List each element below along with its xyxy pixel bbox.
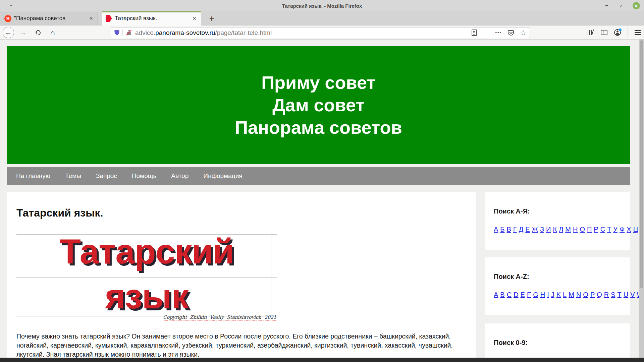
sidebar-search-digits: Поиск 0-9: 0123456789	[485, 323, 630, 362]
letter-link[interactable]: J	[551, 291, 554, 298]
site-favicon-icon	[106, 15, 112, 22]
letter-link[interactable]: M	[569, 291, 574, 298]
letter-link[interactable]: N	[576, 291, 581, 298]
tab-panorama-sovetov[interactable]: Я "Панорама советов ×	[1, 12, 98, 25]
navigation-toolbar: ← → ⌂ advice.panorama-sovetov.ru/page/ta…	[0, 25, 644, 40]
nav-link[interactable]: На главную	[16, 172, 50, 180]
menu-hamburger-icon[interactable]	[635, 30, 641, 35]
letter-link[interactable]: L	[563, 291, 567, 298]
page-actions-icon[interactable]: •••	[495, 30, 502, 35]
back-button[interactable]: ←	[3, 27, 14, 38]
url-text[interactable]: advice.panorama-sovetov.ru/page/tatar-te…	[135, 29, 472, 37]
letter-link[interactable]: R	[604, 291, 609, 298]
tracking-protection-shield-icon[interactable]	[114, 30, 119, 36]
nav-link[interactable]: Информация	[203, 172, 242, 180]
letter-link[interactable]: Л	[559, 226, 563, 233]
letter-link[interactable]: H	[540, 291, 545, 298]
letter-link[interactable]: К	[553, 226, 557, 233]
nav-link[interactable]: Темы	[65, 172, 81, 180]
letter-link[interactable]: П	[587, 226, 592, 233]
letter-link[interactable]: B	[500, 291, 504, 298]
letter-link[interactable]: S	[611, 291, 615, 298]
letter-link[interactable]: А	[494, 226, 498, 233]
letter-link[interactable]: Ц	[633, 226, 638, 233]
letter-link[interactable]: С	[600, 226, 605, 233]
letter-link[interactable]: Ж	[532, 226, 538, 233]
sidebar-toggle-icon[interactable]	[601, 30, 607, 35]
letter-link[interactable]: G	[533, 291, 538, 298]
scrollbar-thumb[interactable]	[640, 40, 643, 288]
bottom-dark-bar	[0, 358, 644, 362]
letter-link[interactable]: Х	[627, 226, 631, 233]
tab-label: "Панорама советов	[14, 15, 85, 22]
letter-link[interactable]: М	[565, 226, 571, 233]
letter-link[interactable]: O	[583, 291, 588, 298]
letter-link[interactable]: Т	[607, 226, 611, 233]
maximize-button[interactable]: ↕	[618, 2, 625, 9]
letter-link[interactable]: P	[590, 291, 595, 298]
letter-link[interactable]: Q	[597, 291, 602, 298]
url-bar[interactable]: advice.panorama-sovetov.ru/page/tatar-te…	[111, 27, 530, 38]
urlbar-actions: ••• ☆	[472, 29, 526, 36]
letter-link[interactable]: U	[624, 291, 628, 298]
forward-button[interactable]: →	[17, 27, 29, 38]
letter-link[interactable]: A	[494, 291, 498, 298]
insecure-lock-icon[interactable]	[126, 29, 132, 36]
letter-link[interactable]: Б	[500, 226, 504, 233]
minimize-button[interactable]: −	[603, 2, 610, 9]
account-icon[interactable]	[614, 29, 621, 36]
tab-close-icon[interactable]: ×	[191, 15, 198, 22]
letter-link[interactable]: И	[546, 226, 551, 233]
urlbar-separator	[486, 29, 486, 36]
letter-link[interactable]: D	[514, 291, 518, 298]
letter-link[interactable]: K	[556, 291, 561, 298]
reader-mode-icon[interactable]	[472, 29, 477, 36]
page-scrollbar[interactable]	[639, 40, 644, 362]
bookmark-star-icon[interactable]: ☆	[520, 29, 526, 36]
letter-link[interactable]: Ф	[620, 226, 625, 233]
reload-button[interactable]	[32, 27, 44, 38]
letter-link[interactable]: У	[613, 226, 618, 233]
urlbar-separator	[122, 29, 123, 36]
home-button[interactable]: ⌂	[47, 27, 58, 38]
tab-tatar-language[interactable]: Татарский язык. ×	[102, 11, 201, 25]
nav-link[interactable]: Запрос	[96, 172, 117, 180]
url-subdomain: advice.	[135, 29, 155, 36]
site-nav: На главнуюТемыЗапросПомощьАвторИнформаци…	[7, 167, 630, 185]
letter-link[interactable]: Г	[513, 226, 517, 233]
letter-link[interactable]: V	[630, 291, 635, 298]
maximize-icon: ↕	[619, 3, 624, 8]
image-copyright: Copyright Zhilkin Vasily Stanislavovich …	[163, 314, 276, 320]
letter-link[interactable]: О	[580, 226, 585, 233]
toolbar-separator	[628, 28, 628, 37]
letter-link[interactable]: C	[507, 291, 512, 298]
letter-link[interactable]: Д	[519, 226, 524, 233]
tab-close-icon[interactable]: ×	[88, 15, 94, 22]
letter-link[interactable]: T	[618, 291, 622, 298]
letter-link[interactable]: В	[506, 226, 511, 233]
letter-link[interactable]: З	[540, 226, 544, 233]
letter-link[interactable]: Р	[594, 226, 598, 233]
nav-link[interactable]: Автор	[171, 172, 189, 180]
window-menu-chevron-icon[interactable]: ⌄	[9, 1, 13, 8]
image-text-line-1: Татарский	[16, 234, 277, 269]
letter-link[interactable]: E	[521, 291, 525, 298]
letter-link[interactable]: I	[547, 291, 549, 298]
window-title: Татарский язык. - Mozilla Firefox	[282, 3, 362, 9]
tab-bar: Я "Панорама советов × Татарский язык. × …	[0, 11, 644, 25]
nav-link[interactable]: Помощь	[132, 172, 156, 180]
library-icon[interactable]	[587, 29, 594, 36]
pocket-chevron	[509, 31, 513, 34]
banner-line-2: Дам совет	[272, 94, 365, 116]
url-path: /page/tatar-tele.html	[215, 29, 272, 36]
sidebar-heading: Поиск A-Z:	[494, 273, 627, 281]
letter-link[interactable]: F	[527, 291, 531, 298]
image-text-line-2: язык	[16, 279, 277, 314]
letter-link[interactable]: Н	[573, 226, 578, 233]
close-button[interactable]: ×	[633, 2, 640, 9]
sidebar-heading: Поиск А-Я:	[494, 207, 627, 215]
letter-link[interactable]: Е	[525, 226, 530, 233]
tab-label: Татарский язык.	[115, 15, 189, 22]
pocket-icon[interactable]	[508, 30, 514, 36]
new-tab-button[interactable]: +	[206, 13, 217, 24]
